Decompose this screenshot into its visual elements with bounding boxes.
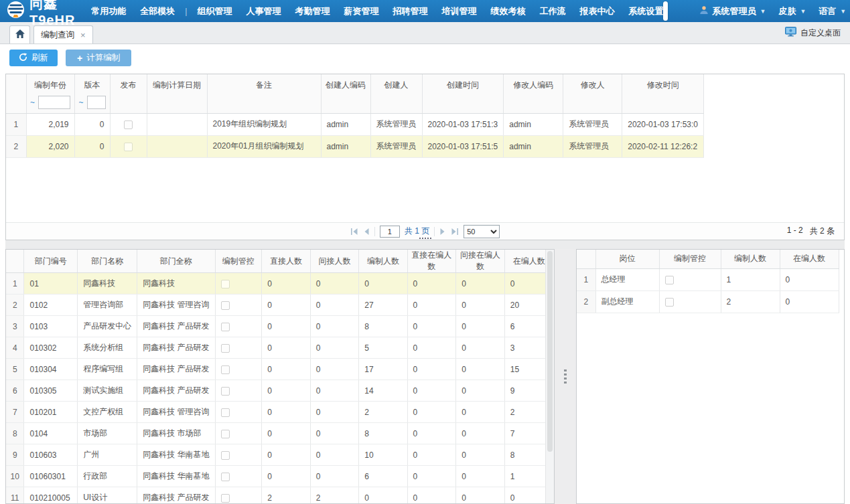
nav-scrollbar-pill xyxy=(663,1,668,21)
tab-bianzhi-chaxun[interactable]: 编制查询 × xyxy=(33,25,93,44)
user-label: 系统管理员 xyxy=(712,5,756,17)
quota-control-checkbox[interactable] xyxy=(221,473,230,481)
cell-direct-count: 0 xyxy=(262,402,311,423)
quota-control-checkbox[interactable] xyxy=(221,323,230,331)
cell-direct-count: 0 xyxy=(262,359,311,380)
cell-dept-fullname: 同鑫科技 产品研发 xyxy=(137,359,215,380)
cell-version: 0 xyxy=(74,113,110,135)
quota-control-checkbox[interactable] xyxy=(221,451,230,460)
department-row[interactable]: 5 010304 程序编写组 同鑫科技 产品研发 0 0 17 0 0 15 xyxy=(6,359,554,380)
quota-control-checkbox[interactable] xyxy=(221,301,230,310)
department-row[interactable]: 3 0103 产品研发中心 同鑫科技 产品研发 0 0 8 0 0 6 xyxy=(6,316,554,337)
department-row[interactable]: 11 010210005 UI设计 同鑫科技 产品研发 2 2 0 0 0 0 xyxy=(6,487,554,504)
cell-quota-control xyxy=(215,295,262,316)
pager-prev-icon[interactable] xyxy=(363,228,370,235)
cell-quota-control xyxy=(215,444,262,466)
cell-dept-code: 010304 xyxy=(24,359,78,380)
nav-item[interactable]: 全部模块 xyxy=(140,5,175,17)
nav-item[interactable]: 工作流 xyxy=(539,5,565,17)
department-row[interactable]: 10 01060301 行政部 同鑫科技 华南基地 0 0 6 0 0 1 xyxy=(6,466,554,487)
cell-modifier-code: admin xyxy=(504,135,563,157)
nav-item[interactable]: 招聘管理 xyxy=(393,5,427,17)
refresh-label: 刷新 xyxy=(31,52,48,64)
cell-indirect-actual: 0 xyxy=(456,466,505,487)
cell-quota-control xyxy=(659,290,721,313)
department-row[interactable]: 6 010305 测试实施组 同鑫科技 产品研发 0 0 14 0 0 9 xyxy=(6,380,554,402)
cell-dept-fullname: 同鑫科技 华南基地 xyxy=(137,466,215,487)
col-dept-fullname: 部门全称 xyxy=(137,250,215,273)
nav-item[interactable]: 系统设置 xyxy=(628,5,663,17)
col-quota-control: 编制管控 xyxy=(659,250,721,268)
cell-direct-actual: 0 xyxy=(407,316,456,337)
nav-item[interactable]: 培训管理 xyxy=(441,5,476,17)
col-post: 岗位 xyxy=(595,250,659,268)
calc-quota-button[interactable]: + 计算编制 xyxy=(66,50,131,66)
department-row[interactable]: 7 010201 文控产权组 同鑫科技 管理咨询 0 0 2 0 0 2 xyxy=(6,402,554,423)
quota-control-checkbox[interactable] xyxy=(221,365,230,374)
nav-item[interactable]: 常用功能 xyxy=(91,5,126,17)
scrollbar-thumb[interactable] xyxy=(547,251,553,452)
splitter-grip-icon xyxy=(564,369,567,384)
nav-item[interactable]: 薪资管理 xyxy=(344,5,378,17)
quota-control-checkbox[interactable] xyxy=(221,344,230,353)
department-row[interactable]: 1 01 同鑫科技 同鑫科技 0 0 0 0 0 0 xyxy=(6,273,554,295)
cell-dept-code: 0102 xyxy=(24,295,78,316)
pager-separator xyxy=(434,227,435,236)
version-filter-input[interactable] xyxy=(87,96,106,109)
nav-item[interactable]: 报表中心 xyxy=(579,5,614,17)
app-logo[interactable]: 同鑫T9eHR xyxy=(7,0,75,28)
department-row[interactable]: 9 010603 广州 同鑫科技 华南基地 0 0 10 0 0 8 xyxy=(6,444,554,466)
vertical-scrollbar[interactable] xyxy=(545,250,554,503)
cell-actual-count: 0 xyxy=(780,268,839,290)
cell-quota-control xyxy=(215,316,262,337)
publish-checkbox[interactable] xyxy=(124,120,133,129)
vertical-splitter[interactable] xyxy=(555,249,576,504)
post-row[interactable]: 2 副总经理 2 0 xyxy=(577,290,839,313)
post-table: 岗位 编制管控 编制人数 在编人数 1 总经理 1 0 2 副总经理 2 0 xyxy=(577,250,839,313)
pager-next-icon[interactable] xyxy=(439,228,446,235)
quota-control-checkbox[interactable] xyxy=(221,408,230,417)
pager-last-icon[interactable] xyxy=(451,228,459,235)
page-size-select[interactable]: 50 xyxy=(464,225,500,238)
quota-control-checkbox[interactable] xyxy=(221,494,230,503)
pager-first-icon[interactable] xyxy=(350,228,358,235)
year-filter-input[interactable] xyxy=(38,96,70,109)
horizontal-splitter[interactable] xyxy=(5,240,845,249)
nav-item[interactable]: 人事管理 xyxy=(246,5,281,17)
department-row[interactable]: 4 010302 系统分析组 同鑫科技 产品研发 0 0 5 0 0 3 xyxy=(6,337,554,359)
col-version: 版本 ~ xyxy=(74,74,110,113)
quota-control-checkbox[interactable] xyxy=(221,280,230,288)
user-menu[interactable]: 系统管理员 ▼ xyxy=(699,5,766,17)
total-pages-label: 共 1 页 xyxy=(405,226,429,237)
cell-rownum: 4 xyxy=(6,337,24,359)
quota-control-checkbox[interactable] xyxy=(221,430,230,438)
language-menu[interactable]: 语言 ▼ xyxy=(819,5,846,17)
post-row[interactable]: 1 总经理 1 0 xyxy=(577,268,839,290)
department-row[interactable]: 8 0104 市场部 同鑫科技 市场部 0 0 8 0 0 7 xyxy=(6,423,554,444)
quota-control-checkbox[interactable] xyxy=(665,298,674,307)
cell-modifier: 系统管理员 xyxy=(563,113,622,135)
refresh-button[interactable]: 刷新 xyxy=(9,50,58,66)
nav-item[interactable]: 组织管理 xyxy=(197,5,232,17)
cell-indirect-count: 0 xyxy=(310,295,359,316)
skin-menu[interactable]: 皮肤 ▼ xyxy=(778,5,806,17)
cell-direct-actual: 0 xyxy=(407,380,456,402)
monitor-icon xyxy=(785,27,796,39)
nav-item[interactable]: 绩效考核 xyxy=(490,5,525,17)
custom-desktop-button[interactable]: 自定义桌面 xyxy=(785,27,841,39)
home-tab[interactable] xyxy=(9,25,30,44)
page-number-input[interactable] xyxy=(380,226,400,238)
cell-quota-control xyxy=(215,466,262,487)
department-row[interactable]: 2 0102 管理咨询部 同鑫科技 管理咨询 0 0 27 0 0 20 xyxy=(6,295,554,316)
quota-plan-row[interactable]: 2 2,020 0 2020年01月组织编制规划 admin 系统管理员 202… xyxy=(6,135,704,157)
quota-plan-row[interactable]: 1 2,019 0 2019年组织编制规划 admin 系统管理员 2020-0… xyxy=(6,113,704,135)
cell-rownum: 2 xyxy=(6,295,24,316)
close-icon[interactable]: × xyxy=(80,31,86,39)
cell-rownum: 9 xyxy=(6,444,24,466)
publish-checkbox[interactable] xyxy=(124,143,133,151)
quota-control-checkbox[interactable] xyxy=(665,276,674,284)
cell-quota-count: 14 xyxy=(359,380,407,402)
nav-item[interactable]: 考勤管理 xyxy=(295,5,330,17)
panel-resize-handle[interactable] xyxy=(419,238,431,239)
quota-control-checkbox[interactable] xyxy=(221,387,230,396)
